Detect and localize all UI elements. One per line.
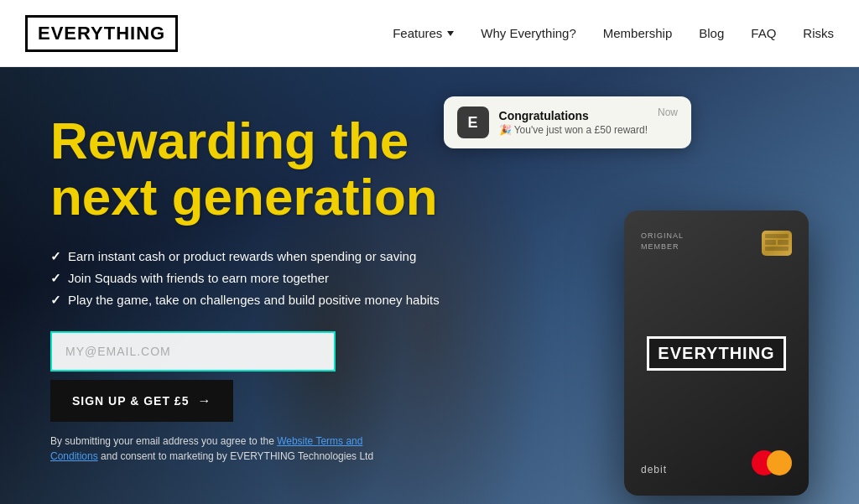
hero-bullet-1: Earn instant cash or product rewards whe…: [50, 249, 453, 264]
card-chip: [762, 231, 792, 256]
email-input[interactable]: [50, 331, 336, 372]
notification-subtitle: 🎉 You've just won a £50 reward!: [499, 124, 648, 136]
navbar: EVERYTHING Features Why Everything? Memb…: [0, 0, 859, 67]
nav-link-features[interactable]: Features: [393, 26, 454, 40]
nav-item-risks[interactable]: Risks: [803, 26, 834, 41]
notification-card: E Congratulations 🎉 You've just won a £5…: [444, 96, 691, 148]
notification-title: Congratulations: [499, 109, 648, 122]
nav-item-membership[interactable]: Membership: [603, 26, 673, 41]
card-debit-label: debit: [641, 464, 667, 475]
nav-item-blog[interactable]: Blog: [699, 26, 724, 41]
notification-body: Congratulations 🎉 You've just won a £50 …: [499, 109, 648, 136]
nav-link-blog[interactable]: Blog: [699, 26, 724, 40]
card-logo-box: EVERYTHING: [647, 336, 785, 371]
credit-card: ORIGINALMEMBER EVERYTHING debit: [624, 210, 809, 496]
nav-item-features[interactable]: Features: [393, 26, 454, 40]
mastercard-logo: [752, 450, 792, 475]
email-form: SIGN UP & GET £5 →: [50, 331, 336, 422]
nav-link-membership[interactable]: Membership: [603, 26, 673, 40]
credit-card-container: ORIGINALMEMBER EVERYTHING debit: [624, 210, 809, 504]
hero-section: E Congratulations 🎉 You've just won a £5…: [0, 67, 859, 504]
terms-text: By submitting your email address you agr…: [50, 434, 403, 464]
mastercard-orange-circle: [767, 450, 792, 475]
nav-item-faq[interactable]: FAQ: [751, 26, 776, 41]
hero-bullets: Earn instant cash or product rewards whe…: [50, 249, 453, 308]
nav-link-why[interactable]: Why Everything?: [481, 26, 575, 40]
hero-bullet-3: Play the game, take on challenges and bu…: [50, 293, 453, 308]
logo[interactable]: EVERYTHING: [25, 15, 178, 52]
card-bottom: debit: [641, 450, 792, 475]
card-logo-area: EVERYTHING: [641, 336, 792, 371]
notification-app-icon: E: [457, 107, 489, 138]
hero-content: Rewarding the next generation Earn insta…: [0, 67, 503, 464]
card-logo-text: EVERYTHING: [658, 344, 774, 362]
card-top: ORIGINALMEMBER: [641, 231, 792, 256]
nav-links: Features Why Everything? Membership Blog…: [393, 26, 834, 41]
nav-link-faq[interactable]: FAQ: [751, 26, 776, 40]
hero-bullet-2: Join Squads with friends to earn more to…: [50, 271, 453, 286]
notification-time: Now: [658, 107, 678, 118]
card-member-label: ORIGINALMEMBER: [641, 231, 684, 252]
nav-link-risks[interactable]: Risks: [803, 26, 834, 40]
arrow-right-icon: →: [197, 393, 211, 408]
hero-title: Rewarding the next generation: [50, 113, 453, 226]
signup-button[interactable]: SIGN UP & GET £5 →: [50, 380, 233, 422]
chevron-down-icon: [447, 31, 454, 36]
nav-item-why[interactable]: Why Everything?: [481, 26, 575, 41]
